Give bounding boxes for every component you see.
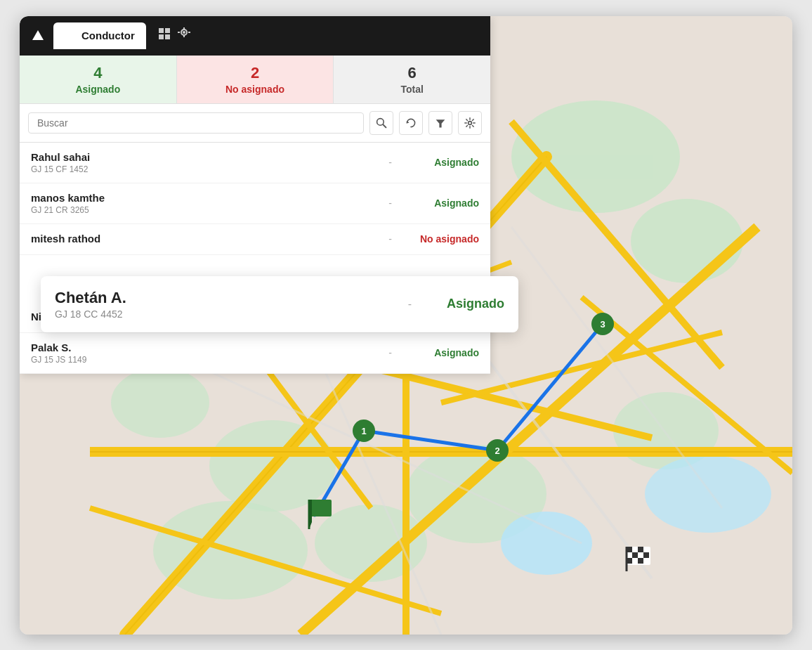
svg-text:2: 2 [495,446,499,456]
driver-status: Asignado [409,197,479,209]
driver-dash: - [388,347,392,358]
svg-point-62 [469,121,472,124]
driver-dash: - [388,157,392,168]
svg-point-6 [111,368,209,438]
svg-rect-50 [159,34,164,39]
svg-point-47 [68,29,73,34]
driver-name: Palak S. [31,342,372,353]
search-bar [20,104,490,143]
driver-row[interactable]: mitesh rathod - No asignado [20,224,490,255]
svg-rect-40 [638,547,643,552]
svg-rect-41 [632,552,638,558]
svg-point-57 [183,31,185,34]
expanded-driver-status: Asignado [434,297,504,311]
driver-info: mitesh rathod [31,233,372,246]
search-button[interactable] [369,111,393,135]
svg-rect-42 [643,552,649,558]
stat-assigned[interactable]: 4 Asignado [20,56,177,103]
filter-button[interactable] [428,111,452,135]
svg-point-9 [501,512,592,575]
driver-row[interactable]: Rahul sahai GJ 15 CF 1452 - Asignado [20,143,490,183]
svg-text:3: 3 [600,319,605,330]
stat-assigned-number: 4 [25,64,171,82]
driver-row[interactable]: Palak S. GJ 15 JS 1149 - Asignado [20,333,490,374]
expanded-driver-plate: GJ 18 CC 4452 [55,308,386,320]
stat-total-label: Total [339,84,485,95]
tab-conductor[interactable]: Conductor [53,22,146,49]
driver-status: No asignado [409,233,479,245]
driver-name: Rahul sahai [31,151,372,163]
driver-row[interactable]: manos kamthe GJ 21 CR 3265 - Asignado [20,183,490,224]
svg-rect-44 [638,558,643,564]
driver-info: manos kamthe GJ 21 CR 3265 [31,192,372,215]
driver-info: Palak S. GJ 15 JS 1149 [31,342,372,365]
app-container: 1 2 3 [20,16,792,635]
svg-marker-61 [436,119,445,127]
stats-row: 4 Asignado 2 No asignado 6 Total [20,56,490,104]
stat-not-assigned[interactable]: 2 No asignado [177,56,334,103]
svg-point-10 [645,455,771,533]
svg-point-1 [511,100,680,213]
stat-assigned-label: Asignado [25,84,171,95]
driver-row-expanded[interactable]: Chetán A. GJ 18 CC 4452 - Asignado [41,276,518,332]
driver-dash: - [388,233,392,245]
refresh-button[interactable] [399,111,423,135]
svg-rect-51 [165,34,170,39]
grid-icon[interactable] [157,27,171,44]
expanded-driver-name: Chetán A. [55,289,386,307]
stat-total[interactable]: 6 Total [334,56,490,103]
driver-info: Rahul sahai GJ 15 CF 1452 [31,151,372,174]
location-icon[interactable] [177,27,191,44]
driver-dash: - [388,197,392,209]
driver-plate: GJ 15 CF 1452 [31,164,372,174]
conductor-icon [65,28,77,44]
svg-marker-46 [32,30,44,40]
driver-plate: GJ 21 CR 3265 [31,205,372,215]
settings-button[interactable] [458,111,482,135]
svg-line-59 [383,124,386,127]
driver-list: Rahul sahai GJ 15 CF 1452 - Asignado man… [20,143,490,374]
expanded-driver-info: Chetán A. GJ 18 CC 4452 [55,289,386,320]
tab-conductor-label: Conductor [81,30,135,41]
driver-plate: GJ 15 JS 1149 [31,355,372,365]
panel-header: Conductor [20,16,490,56]
expanded-driver-dash: - [408,298,412,311]
stat-total-number: 6 [339,64,485,82]
driver-name: manos kamthe [31,192,372,204]
svg-rect-48 [159,28,164,33]
svg-point-2 [631,199,743,283]
driver-status: Asignado [409,347,479,358]
tab-extras [149,27,199,44]
svg-text:1: 1 [361,426,366,436]
nav-arrow[interactable] [25,23,51,48]
svg-rect-49 [165,28,170,33]
driver-status: Asignado [409,157,479,168]
svg-rect-35 [309,500,332,516]
driver-name: mitesh rathod [31,233,372,245]
search-input[interactable] [28,112,364,134]
stat-not-assigned-number: 2 [183,64,328,82]
stat-not-assigned-label: No asignado [183,84,328,95]
